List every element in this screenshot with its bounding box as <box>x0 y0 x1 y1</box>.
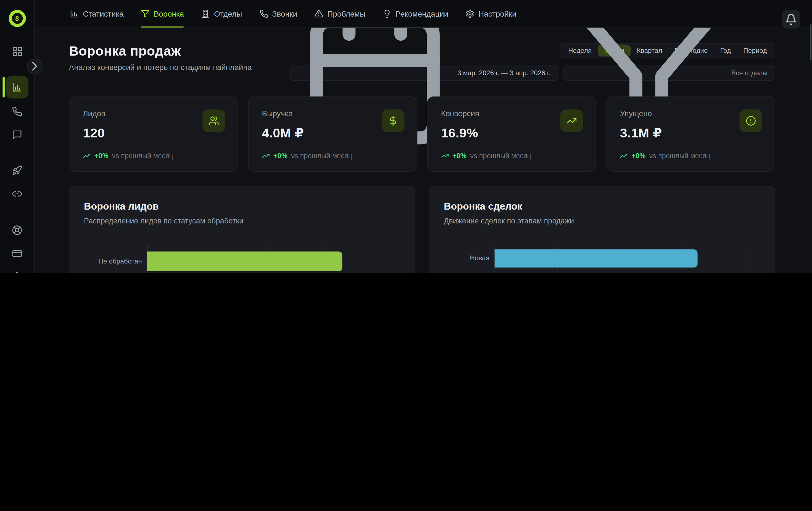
sidebar-item-calls[interactable] <box>7 101 27 122</box>
kpi-card-Упущено: Упущено3.1M ₽+0%vs прошлый месяц <box>606 97 775 172</box>
trending-up-icon <box>83 152 91 160</box>
kpi-icon-chip <box>381 109 404 132</box>
app-logo-glyph: 8 <box>11 13 22 24</box>
trending-up-icon <box>262 152 269 160</box>
chart-title: Воронка лидов <box>84 201 401 212</box>
kpi-delta-note: vs прошлый месяц <box>649 152 710 160</box>
alert-triangle-icon <box>314 9 323 18</box>
kpi-delta: +0% <box>453 152 466 160</box>
tab-label: Звонки <box>272 9 297 18</box>
kpi-card-Выручка: Выручка4.0M ₽+0%vs прошлый месяц <box>248 97 417 172</box>
message-square-icon <box>12 130 22 140</box>
sidebar-expand-button[interactable] <box>27 59 42 74</box>
sidebar-top-group <box>7 41 27 62</box>
life-buoy-icon <box>12 225 22 236</box>
date-range-label: 3 мар. 2026 г. — 3 апр. 2026 г. <box>457 69 550 77</box>
tab-Воронка[interactable]: Воронка <box>141 0 184 27</box>
funnel-bar <box>147 252 343 271</box>
funnel-icon <box>141 9 150 18</box>
kpi-icon-chip <box>740 109 762 132</box>
chart-title: Воронка сделок <box>444 201 760 212</box>
trending-up-icon <box>441 152 449 160</box>
rocket-icon <box>12 165 22 176</box>
kpi-card-Конверсия: Конверсия16.9%+0%vs прошлый месяц <box>427 97 596 172</box>
chevron-right-icon <box>27 59 42 74</box>
app-window: 8 S СтатистикаВоронкаОтделыЗвонкиПроблем… <box>0 0 812 273</box>
kpi-delta: +0% <box>94 152 108 160</box>
kpi-icon-chip <box>202 109 225 132</box>
tab-label: Статистика <box>83 9 124 18</box>
kpi-delta-note: vs прошлый месяц <box>291 152 352 160</box>
chart-subtitle: Движение сделок по этапам продажи <box>444 217 760 225</box>
dollar-icon <box>387 115 398 126</box>
page-header: Воронка продаж Анализ конверсий и потерь… <box>69 43 775 81</box>
deals-funnel-panel: Воронка сделок Движение сделок по этапам… <box>429 186 775 273</box>
deals-funnel-chart: НоваяПодготовка документовПереговорыОтпр… <box>444 245 760 273</box>
tab-label: Проблемы <box>327 9 366 18</box>
tab-Настройки[interactable]: Настройки <box>465 0 517 27</box>
sidebar-item-billing[interactable] <box>7 243 27 264</box>
kpi-trend: +0%vs прошлый месяц <box>441 152 582 160</box>
sidebar-item-settings[interactable] <box>7 267 27 273</box>
tab-label: Настройки <box>478 9 517 18</box>
kpi-icon-chip <box>560 109 583 132</box>
gear-icon <box>12 272 22 273</box>
sidebar: 8 S <box>0 0 35 273</box>
trending-up-icon <box>620 152 628 160</box>
page-subtitle: Анализ конверсий и потерь по стадиям пай… <box>69 63 252 72</box>
bar-chart-icon <box>12 82 22 92</box>
date-range-button[interactable]: 3 мар. 2026 г. — 3 апр. 2026 г. <box>290 65 558 81</box>
kpi-delta-note: vs прошлый месяц <box>112 152 173 160</box>
link-icon <box>12 189 22 199</box>
tab-Статистика[interactable]: Статистика <box>70 0 124 27</box>
credit-card-icon <box>12 248 22 259</box>
notifications-button[interactable] <box>782 10 800 29</box>
kpi-trend: +0%vs прошлый месяц <box>262 152 403 160</box>
bar-chart-icon <box>70 9 79 18</box>
tab-Проблемы[interactable]: Проблемы <box>314 0 366 27</box>
department-filter-button[interactable]: Все отделы <box>563 65 775 81</box>
building-icon <box>201 9 210 18</box>
chart-plot-area: Не обработанВ работеОбработанКачественны… <box>84 245 401 273</box>
period-option-Период[interactable]: Период <box>737 45 773 56</box>
funnel-bar-row: Подготовка документов <box>444 272 760 273</box>
category-label: Не обработан <box>84 257 147 266</box>
chart-plot-area: НоваяПодготовка документовПереговорыОтпр… <box>444 245 760 273</box>
sidebar-item-chat[interactable] <box>7 125 27 145</box>
tab-Звонки[interactable]: Звонки <box>259 0 297 27</box>
sidebar-item-support[interactable] <box>7 220 27 241</box>
category-label: Новая <box>444 254 495 263</box>
sidebar-menu <box>6 62 29 273</box>
kpi-card-Лидов: Лидов120+0%vs прошлый месяц <box>69 97 238 172</box>
main-content: Воронка продаж Анализ конверсий и потерь… <box>35 27 812 273</box>
sidebar-item-dashboard[interactable] <box>7 41 27 62</box>
funnel-bar <box>495 249 698 268</box>
funnel-bar-row: Новая <box>444 245 760 272</box>
charts-row: Воронка лидов Распределение лидов по ста… <box>69 186 775 273</box>
tab-Отделы[interactable]: Отделы <box>201 0 242 27</box>
tab-label: Воронка <box>153 9 184 18</box>
app-logo[interactable]: 8 <box>8 10 26 27</box>
sidebar-item-statistics[interactable] <box>6 76 29 99</box>
tab-Рекомендации[interactable]: Рекомендации <box>382 0 448 27</box>
leads-funnel-chart: Не обработанВ работеОбработанКачественны… <box>84 245 401 273</box>
trending-up-icon <box>567 115 577 126</box>
kpi-delta-note: vs прошлый месяц <box>470 152 531 160</box>
lightbulb-icon <box>382 9 392 18</box>
top-navigation: СтатистикаВоронкаОтделыЗвонкиПроблемыРек… <box>35 0 812 27</box>
kpi-trend: +0%vs прошлый месяц <box>83 152 224 160</box>
kpi-trend: +0%vs прошлый месяц <box>620 152 761 160</box>
bar-track <box>495 245 760 272</box>
sidebar-item-launch[interactable] <box>7 160 27 181</box>
nav-tabs: СтатистикаВоронкаОтделыЗвонкиПроблемыРек… <box>35 0 517 27</box>
gear-icon <box>465 9 474 18</box>
leads-funnel-panel: Воронка лидов Распределение лидов по ста… <box>69 186 415 273</box>
alert-circle-icon <box>746 115 756 126</box>
sidebar-item-integrations[interactable] <box>7 184 27 204</box>
chart-subtitle: Распределение лидов по статусам обработк… <box>84 217 401 225</box>
bar-track <box>495 272 760 273</box>
kpi-delta: +0% <box>631 152 645 160</box>
scrollbar-thumb[interactable] <box>810 24 812 60</box>
layout-grid-icon <box>11 46 22 57</box>
kpi-delta: +0% <box>273 152 288 160</box>
